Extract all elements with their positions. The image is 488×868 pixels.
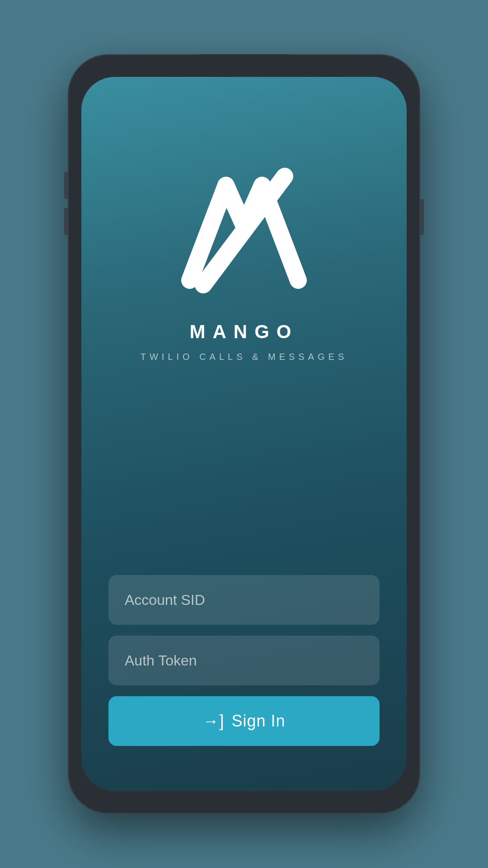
sign-in-button[interactable]: →] Sign In bbox=[108, 696, 380, 746]
logo-container: MANGO TWILIO CALLS & MESSAGES bbox=[141, 113, 348, 575]
screen-content: MANGO TWILIO CALLS & MESSAGES →] Sign In bbox=[81, 77, 407, 791]
phone-frame: MANGO TWILIO CALLS & MESSAGES →] Sign In bbox=[68, 54, 420, 814]
sign-in-icon: →] bbox=[202, 712, 224, 731]
phone-screen: MANGO TWILIO CALLS & MESSAGES →] Sign In bbox=[81, 77, 407, 791]
sign-in-label: Sign In bbox=[231, 712, 285, 731]
login-form: →] Sign In bbox=[108, 575, 380, 755]
app-logo bbox=[167, 149, 321, 303]
account-sid-input[interactable] bbox=[108, 575, 380, 625]
volume-down-button bbox=[64, 208, 68, 235]
app-name: MANGO bbox=[190, 321, 299, 343]
auth-token-input[interactable] bbox=[108, 636, 380, 685]
app-tagline: TWILIO CALLS & MESSAGES bbox=[141, 352, 348, 362]
volume-up-button bbox=[64, 172, 68, 199]
